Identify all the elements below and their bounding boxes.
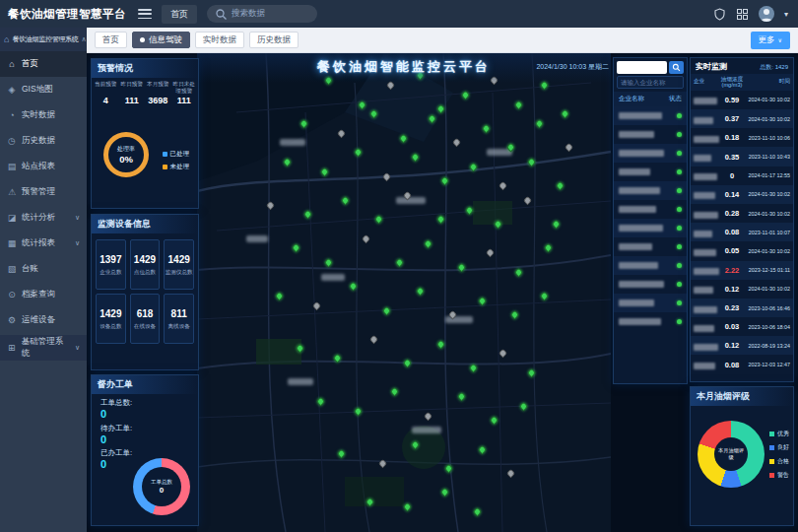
legend-item: 良好 <box>769 443 789 452</box>
enterprise-row[interactable] <box>614 294 687 312</box>
sidebar-header[interactable]: ⌂ 餐饮油烟监控管理系统 ∧ <box>0 28 87 51</box>
enterprise-row[interactable] <box>614 312 687 331</box>
realtime-row[interactable]: 0.232023-10-06 16:46 <box>691 299 793 317</box>
realtime-total: 总数: 1429 <box>760 63 788 72</box>
status-dot <box>677 207 682 212</box>
sidebar-item-base-system[interactable]: ⊞基础管理系统∨ <box>0 335 87 361</box>
realtime-data-icon: ◔ <box>7 110 17 120</box>
breadcrumb[interactable]: 首页 <box>162 5 197 24</box>
workorder-panel: 督办工单 工单总数:0待办工单:0已办工单:0 工单总数 0 <box>91 374 199 526</box>
realtime-row[interactable]: 0.052024-01-30 10:02 <box>691 241 793 260</box>
enterprise-row[interactable] <box>614 256 687 275</box>
sidebar-item-gis-map[interactable]: ◈GIS地图 <box>0 77 87 102</box>
more-button[interactable]: 更多 ∨ <box>751 32 790 49</box>
legend-item: 未处理 <box>163 163 190 171</box>
enterprise-row[interactable] <box>614 275 687 294</box>
sidebar-item-alert-manage[interactable]: ⚠预警管理 <box>0 179 87 205</box>
chevron-down-icon: ∨ <box>75 344 80 352</box>
enterprise-row[interactable] <box>614 200 687 219</box>
realtime-row[interactable]: 0.372024-01-30 10:02 <box>691 109 793 128</box>
status-dot <box>677 151 682 156</box>
realtime-row[interactable]: 0.592024-01-30 10:02 <box>691 91 793 109</box>
tab-label: 首页 <box>102 34 119 46</box>
chevron-down-icon: ∨ <box>75 239 80 247</box>
donut-center-label: 工单总数 <box>151 479 172 486</box>
tab-cockpit[interactable]: 信息驾驶 <box>132 32 190 48</box>
alert-stat: 当前预警4 <box>93 81 119 105</box>
realtime-row[interactable]: 0.352023-11-10 10:43 <box>691 147 793 166</box>
device-stat: 1429点位总数 <box>130 239 161 290</box>
alert-manage-icon: ⚠ <box>7 187 17 197</box>
ledger-icon: ▧ <box>7 264 17 274</box>
search-icon <box>215 8 228 21</box>
device-stat: 811离线设备 <box>164 294 194 344</box>
rating-legend: 优秀良好合格警告 <box>769 425 789 485</box>
rating-panel-title: 本月油烟评级 <box>691 387 793 406</box>
enterprise-name-input[interactable] <box>617 76 684 89</box>
sidebar-item-stat-analysis[interactable]: ◪统计分析∨ <box>0 205 87 231</box>
gauge-label: 处理率 <box>117 145 135 154</box>
stat-analysis-icon: ◪ <box>7 213 17 223</box>
apps-grid-icon[interactable] <box>736 8 749 21</box>
chevron-up-icon: ∧ <box>81 35 86 43</box>
device-stat: 618在线设备 <box>130 294 161 344</box>
sidebar-item-history-data[interactable]: ◷历史数据 <box>0 128 87 154</box>
status-dot <box>677 132 682 137</box>
home-icon: ⌂ <box>4 34 9 44</box>
realtime-row[interactable]: 0.142024-01-30 10:02 <box>691 185 793 204</box>
realtime-row[interactable]: 0.082023-12-03 12:47 <box>691 355 793 373</box>
status-dot <box>677 169 682 174</box>
sidebar-item-home[interactable]: ⌂首页 <box>0 51 87 77</box>
realtime-row[interactable]: 0.082023-11-01 10:07 <box>691 223 793 241</box>
app-root: 餐饮油烟管理智慧平台 首页 搜索数据 <box>0 0 798 532</box>
col-time: 时间 <box>747 78 790 86</box>
app-title: 餐饮油烟管理智慧平台 <box>0 7 134 22</box>
map[interactable] <box>197 53 611 532</box>
alert-legend: 已处理未处理 <box>163 146 190 175</box>
chevron-down-icon[interactable]: ▾ <box>784 10 788 19</box>
status-dot <box>677 226 682 231</box>
map-label <box>321 274 345 281</box>
sidebar-item-archive-query[interactable]: ⊙档案查询 <box>0 282 87 307</box>
menu-toggle-icon[interactable] <box>138 9 152 19</box>
enterprise-row[interactable] <box>614 219 687 237</box>
enterprise-row[interactable] <box>614 144 687 163</box>
avatar[interactable] <box>759 6 774 22</box>
realtime-row[interactable]: 0.282024-01-30 10:02 <box>691 204 793 223</box>
sidebar-item-label: 实时数据 <box>22 109 55 121</box>
realtime-row[interactable]: 0.122022-08-19 13:24 <box>691 336 793 355</box>
realtime-row[interactable]: 0.182023-11-10 10:06 <box>691 128 793 147</box>
sidebar-item-realtime-data[interactable]: ◔实时数据 <box>0 102 87 128</box>
status-dot <box>677 188 682 193</box>
realtime-row[interactable]: 2.222023-12-15 01:11 <box>691 261 793 280</box>
sidebar-menu: ⌂首页◈GIS地图◔实时数据◷历史数据▤站点报表⚠预警管理◪统计分析∨▦统计报表… <box>0 51 87 361</box>
sidebar-item-ledger[interactable]: ▧台账 <box>0 256 87 282</box>
alert-panel: 预警情况 当前预警4昨日预警111本月预警3698昨日未处理预警111 处理率 … <box>91 58 199 209</box>
tab-history[interactable]: 历史数据 <box>249 32 299 48</box>
sidebar-item-stat-report[interactable]: ▦统计报表∨ <box>0 231 87 256</box>
enterprise-row[interactable] <box>614 163 687 181</box>
tab-home[interactable]: 首页 <box>95 32 127 48</box>
enterprise-search-input[interactable] <box>617 61 667 74</box>
realtime-row[interactable]: 0.122024-01-30 10:02 <box>691 280 793 299</box>
archive-query-icon: ⊙ <box>7 290 17 299</box>
enterprise-row[interactable] <box>614 125 687 144</box>
ops-device-icon: ⚙ <box>7 315 17 325</box>
realtime-row[interactable]: 0.032023-10-06 18:04 <box>691 317 793 336</box>
realtime-row[interactable]: 02024-01-17 12:55 <box>691 166 793 185</box>
process-rate-gauge: 处理率 0% <box>103 132 149 177</box>
tab-realtime[interactable]: 实时数据 <box>195 32 244 48</box>
sidebar-item-ops-device[interactable]: ⚙运维设备 <box>0 307 87 333</box>
enterprise-row[interactable] <box>614 237 687 256</box>
sidebar-item-station-report[interactable]: ▤站点报表 <box>0 154 87 179</box>
global-search-input[interactable]: 搜索数据 <box>207 5 317 23</box>
enterprise-row[interactable] <box>614 181 687 200</box>
search-button[interactable] <box>669 61 684 74</box>
enterprise-row[interactable] <box>614 106 687 125</box>
sidebar-item-label: 统计报表 <box>22 237 55 249</box>
shield-icon[interactable] <box>713 8 726 21</box>
sidebar-section-title: 餐饮油烟监控管理系统 <box>12 34 78 44</box>
dashboard-title: 餐饮油烟智能监控云平台 <box>317 53 491 81</box>
workorder-stat: 待办工单:0 <box>100 424 132 446</box>
datetime: 2024/1/30 10:03 星期二 <box>489 62 609 72</box>
